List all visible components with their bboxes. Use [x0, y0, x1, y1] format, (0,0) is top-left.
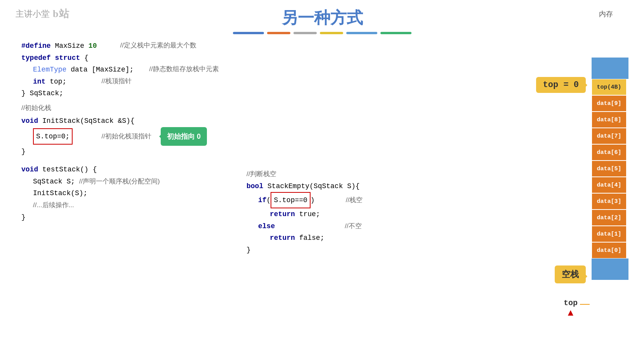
kong-zhan-bubble: 空栈 — [555, 265, 586, 283]
stop-box: S.top=0; — [33, 128, 73, 145]
logo-text: 主讲小堂 — [16, 8, 50, 20]
logo-area: 主讲小堂 b站 — [16, 7, 70, 21]
code-line-15: } — [21, 211, 246, 224]
code-data: data — [71, 66, 87, 73]
code-brace-close-2: } — [21, 213, 26, 221]
code-line-12: SqStack S; //声明一个顺序栈(分配空间) — [21, 176, 246, 188]
init-zero-bubble: 初始指向 0 — [161, 127, 207, 146]
red-triangle-icon: ▲ — [566, 307, 575, 318]
mem-cell-data1: data[1] — [592, 226, 627, 242]
header: 主讲小堂 b站 另一种方式 内存 — [0, 0, 644, 29]
left-code-block: #define MaxSize 10 //定义栈中元素的最大个数 typedef… — [21, 40, 246, 256]
page-title: 另一种方式 — [281, 7, 363, 29]
cm-judge-empty: //判断栈空 — [246, 170, 276, 178]
top-arrow-label-area: top ▲ — [564, 299, 578, 318]
code-comment-init: //初始化栈 — [21, 101, 246, 115]
code-sqstack: } SqStack; — [21, 89, 63, 97]
rc-text-3-pre: if( — [258, 193, 271, 207]
memory-stack: top(4B) data[9] data[8] data[7] data[6] … — [592, 58, 628, 280]
main-content: #define MaxSize 10 //定义栈中元素的最大个数 typedef… — [0, 34, 644, 256]
memory-label-top: 内存 — [599, 9, 613, 19]
code-maxsize: MaxSize — [55, 42, 88, 50]
code-text: #define MaxSize 10 — [21, 40, 97, 52]
kw-return-2: return — [270, 234, 295, 242]
code-line-2: typedef struct { — [21, 52, 246, 64]
right-code-block: //判断栈空 bool StackEmpty(SqStack S){ if( S… — [246, 40, 433, 256]
code-line-9: } — [21, 146, 246, 158]
kw-int: int — [33, 78, 45, 86]
rc-line-6: return false; — [246, 232, 433, 244]
rc-brace-close: } — [246, 246, 251, 254]
comment-4: //栈顶指针 — [101, 76, 131, 88]
code-text-4: int top; — [33, 76, 66, 88]
rc-paren: ( — [267, 196, 271, 204]
top-zero-bubble: top = 0 — [536, 77, 586, 93]
elemtype: ElemType — [33, 66, 66, 73]
mem-cell-data5: data[5] — [592, 161, 627, 177]
comment-3: //静态数组存放栈中元素 — [149, 64, 219, 76]
code-brace-close: } — [21, 148, 26, 155]
code-line-7: void InitStack(SqStack &S){ — [21, 115, 246, 127]
kw-typedef: typedef — [21, 54, 51, 62]
code-initstack: InitStack(SqStack &S){ — [42, 117, 135, 125]
mem-cell-data0: data[0] — [592, 242, 627, 258]
rc-text-3-post: ) — [311, 193, 315, 207]
comment-notempty: //不空 — [345, 221, 361, 232]
top-arrow-line — [580, 304, 590, 305]
code-teststack: testStack() { — [42, 166, 97, 173]
kw-struct: struct — [55, 54, 80, 62]
rc-line-3: if( S.top==0 ) //栈空 — [246, 192, 433, 208]
kw-else: else — [258, 222, 275, 230]
code-brace: { — [84, 54, 89, 62]
code-text-11: void testStack() { — [21, 166, 97, 173]
kw-void: void — [21, 117, 38, 125]
code-top: top; — [50, 78, 66, 86]
code-text-3: ElemType data [MaxSize]; — [33, 64, 134, 76]
comment-12: //声明一个顺序栈(分配空间) — [79, 178, 160, 185]
top-label: top — [564, 299, 578, 307]
rc-line-7: } — [246, 244, 433, 256]
top-arrow-area: top ▲ — [564, 299, 590, 318]
mem-cell-data3: data[3] — [592, 193, 627, 210]
rc-true: true; — [299, 210, 320, 218]
kw-void-2: void — [21, 166, 38, 173]
mem-cell-data7: data[7] — [592, 128, 627, 144]
rc-text-4: return true; — [270, 210, 320, 218]
code-text-2: typedef struct { — [21, 54, 89, 62]
code-line-4: int top; //栈顶指针 — [21, 76, 246, 88]
code-line-14: //...后续操作... — [21, 199, 246, 211]
logo-bili: b站 — [53, 7, 70, 21]
rc-comment-1: //判断栈空 — [246, 168, 433, 180]
kw-bool: bool — [246, 182, 263, 190]
comment-14: //...后续操作... — [33, 201, 74, 209]
mem-cell-data9: data[9] — [592, 95, 627, 112]
mem-cell-data4: data[4] — [592, 177, 627, 193]
rc-false: false; — [299, 234, 325, 242]
mem-cell-top: top(4B) — [592, 79, 627, 95]
mem-cell-data2: data[2] — [592, 210, 627, 226]
code-line-1: #define MaxSize 10 //定义栈中元素的最大个数 — [21, 40, 246, 52]
code-text-7: void InitStack(SqStack &S){ — [21, 117, 135, 125]
code-line-8: S.top=0; //初始化栈顶指针 初始指向 0 — [21, 127, 246, 146]
code-text-12: SqStack S; — [33, 178, 79, 185]
kw-if: if — [258, 196, 267, 204]
mem-top-cap — [592, 58, 628, 79]
code-text-13: InitStack(S); — [33, 189, 87, 197]
mem-bottom-cap — [592, 258, 628, 280]
code-line-13: InitStack(S); — [21, 187, 246, 199]
kw-return: return — [270, 210, 295, 218]
rc-text-2: bool StackEmpty(SqStack S){ — [246, 182, 360, 190]
rc-line-2: bool StackEmpty(SqStack S){ — [246, 180, 433, 192]
comment-init: //初始化栈 — [21, 104, 51, 112]
rc-stackempty: StackEmpty(SqStack S){ — [267, 182, 360, 190]
code-bracket: [MaxSize]; — [92, 66, 134, 73]
code-10: 10 — [89, 42, 97, 50]
keyword-define: #define — [21, 42, 51, 50]
code-line-5: } SqStack; — [21, 87, 246, 100]
rc-text-else: else — [246, 220, 275, 232]
stop-box-wrap: S.top=0; — [33, 128, 73, 145]
mem-cell-data6: data[6] — [592, 144, 627, 161]
comment-1: //定义栈中元素的最大个数 — [120, 40, 196, 52]
mem-cell-data8: data[8] — [592, 112, 627, 128]
stopeq-box: S.top==0 — [271, 192, 310, 208]
